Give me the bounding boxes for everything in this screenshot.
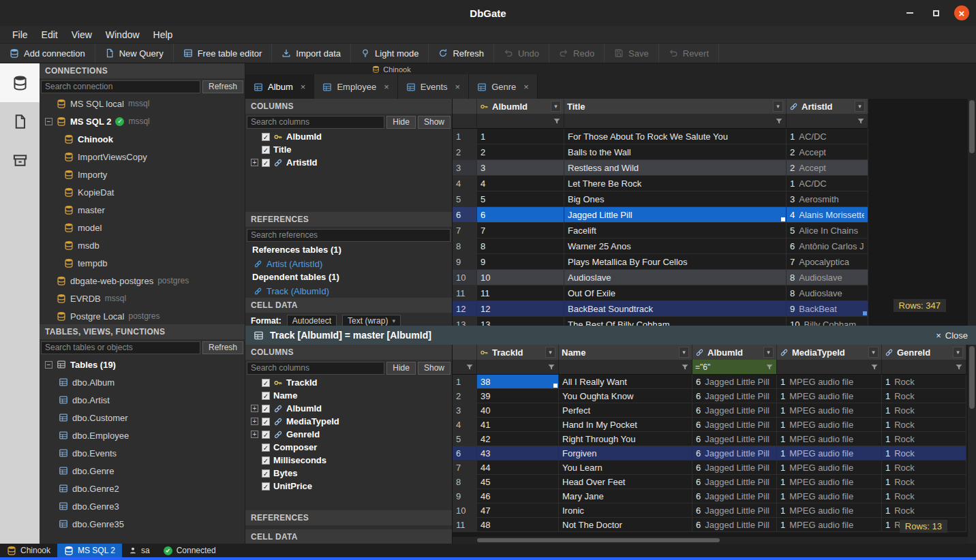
column-header-artistid[interactable]: ArtistId▾ [787, 99, 868, 114]
row-number[interactable]: 10 [453, 503, 477, 518]
column-header-trackid[interactable]: TrackId▾ [477, 345, 559, 360]
menu-help[interactable]: Help [147, 28, 180, 42]
table-item[interactable]: dbo.Customer [40, 409, 245, 426]
grid-cell[interactable]: 10 [477, 270, 564, 285]
grid-cell[interactable]: 1MPEG audio file [777, 475, 882, 489]
row-number[interactable]: 7 [453, 223, 477, 238]
checkbox[interactable]: ✓ [262, 392, 270, 400]
checkbox[interactable]: ✓ [262, 405, 270, 413]
column-header-genreid[interactable]: GenreId▾ [882, 345, 966, 360]
grid-cell[interactable]: 45 [477, 475, 559, 489]
chevron-down-icon[interactable]: ▾ [679, 347, 689, 358]
grid-cell[interactable]: You Oughta Know [559, 389, 692, 403]
table-item[interactable]: dbo.Employee [40, 426, 245, 444]
column-header-name[interactable]: Name▾ [559, 345, 692, 360]
grid-cell[interactable]: 7Apocalyptica [787, 254, 868, 270]
grid-cell[interactable]: 7 [477, 223, 564, 238]
database-item[interactable]: ImportViewsCopy [40, 148, 245, 166]
checkbox[interactable]: ✓ [262, 133, 270, 141]
grid-cell[interactable]: Head Over Feet [559, 475, 692, 489]
grid-cell[interactable]: 1MPEG audio file [777, 489, 882, 503]
strip-archive-button[interactable] [0, 141, 40, 180]
column-item-albumid[interactable]: +✓AlbumId [245, 402, 452, 415]
scrollbar-thumb[interactable] [969, 100, 975, 153]
grid-cell[interactable]: 1Rock [882, 461, 966, 475]
grid-cell[interactable]: 1Rock [882, 503, 966, 518]
grid-cell[interactable]: 1Rock [882, 446, 966, 461]
grid-cell[interactable]: 40 [477, 403, 559, 418]
row-number[interactable]: 2 [453, 389, 477, 403]
grid-cell[interactable]: 6Jagged Little Pill [692, 503, 777, 518]
show-button[interactable]: Show [418, 362, 451, 375]
column-header-albumid[interactable]: AlbumId▾ [477, 99, 564, 114]
grid-cell[interactable]: 1AC/DC [787, 129, 868, 144]
filter-cell-title[interactable] [564, 114, 787, 129]
grid-cell[interactable]: 44 [477, 461, 559, 475]
checkbox[interactable]: ✓ [262, 146, 270, 154]
expand-icon[interactable]: + [251, 418, 258, 425]
menu-view[interactable]: View [65, 28, 99, 42]
row-number[interactable]: 5 [453, 432, 477, 446]
grid-cell[interactable]: 1Rock [882, 403, 966, 418]
collapse-icon[interactable]: − [45, 118, 52, 125]
grid-cell[interactable]: All I Really Want [559, 375, 692, 389]
filter-cell-albumid[interactable] [692, 360, 777, 375]
database-item[interactable]: tempdb [40, 254, 245, 272]
column-header-title[interactable]: Title▾ [564, 99, 787, 114]
filter-cell-genreid[interactable] [882, 360, 966, 375]
checkbox[interactable]: ✓ [262, 379, 270, 387]
filter-cell-trackid[interactable] [477, 360, 559, 375]
filter-input-albumid[interactable] [695, 360, 765, 374]
table-item[interactable]: dbo.Genre2 [40, 480, 245, 497]
row-number[interactable]: 4 [453, 176, 477, 191]
row-number[interactable]: 4 [453, 418, 477, 432]
grid-cell[interactable]: 1MPEG audio file [777, 446, 882, 461]
close-button[interactable]: × [954, 5, 969, 20]
filter-input-name[interactable] [562, 360, 681, 374]
grid-cell[interactable]: 1MPEG audio file [777, 389, 882, 403]
statusbar-database[interactable]: Chinook [0, 544, 57, 557]
horizontal-scrollbar[interactable] [453, 537, 968, 544]
scrollbar-thumb[interactable] [969, 346, 975, 409]
grid-cell[interactable]: Hand In My Pocket [559, 418, 692, 432]
checkbox[interactable]: ✓ [262, 431, 270, 439]
toolbar-save[interactable]: Save [605, 44, 659, 63]
checkbox[interactable]: ✓ [262, 482, 270, 491]
grid-cell[interactable]: You Learn [559, 461, 692, 475]
table-item[interactable]: dbo.Genre3 [40, 497, 245, 515]
grid-cell[interactable]: 6Jagged Little Pill [692, 432, 777, 446]
grid-cell[interactable]: 6Jagged Little Pill [692, 489, 777, 503]
grid-cell[interactable]: 12 [477, 301, 564, 317]
checkbox[interactable]: ✓ [262, 456, 270, 465]
column-item-bytes[interactable]: ✓Bytes [245, 467, 452, 480]
row-number[interactable]: 3 [453, 160, 477, 176]
column-item-trackid[interactable]: ✓TrackId [245, 376, 452, 389]
grid-cell[interactable]: 1Rock [882, 375, 966, 389]
database-item[interactable]: Chinook [40, 130, 245, 148]
row-number[interactable]: 11 [453, 518, 477, 532]
grid-cell[interactable]: 6Jagged Little Pill [692, 375, 777, 389]
grid-cell[interactable]: 6 [477, 207, 564, 223]
tab-employee[interactable]: Employee× [314, 74, 397, 99]
chevron-down-icon[interactable]: ▾ [953, 347, 963, 358]
grid-cell[interactable]: Right Through You [559, 432, 692, 446]
toolbar-refresh[interactable]: Refresh [429, 44, 494, 63]
grid-cell[interactable]: 42 [477, 432, 559, 446]
grid-cell[interactable]: 47 [477, 503, 559, 518]
statusbar-connection[interactable]: MS SQL 2 [57, 544, 122, 557]
reference-close-button[interactable]: × Close [936, 330, 968, 341]
filter-corner[interactable] [453, 114, 477, 129]
strip-file-button[interactable] [0, 102, 40, 141]
format-autodetect-dropdown[interactable]: Autodetect [287, 315, 337, 326]
connection-item[interactable]: −MS SQL 2✓mssql [40, 112, 245, 130]
column-header-albumid[interactable]: AlbumId▾ [692, 345, 777, 360]
table-item[interactable]: dbo.Genre35 [40, 515, 245, 533]
grid-cell[interactable]: Big Ones [564, 191, 787, 207]
row-number[interactable]: 9 [453, 254, 477, 270]
database-item[interactable]: model [40, 219, 245, 236]
grid-cell[interactable]: 5 [477, 191, 564, 207]
filter-input-genreid[interactable] [885, 360, 955, 374]
filter-input-mediatypeid[interactable] [780, 360, 870, 374]
grid-cell[interactable]: 13 [477, 317, 564, 326]
grid-cell[interactable]: 46 [477, 489, 559, 503]
